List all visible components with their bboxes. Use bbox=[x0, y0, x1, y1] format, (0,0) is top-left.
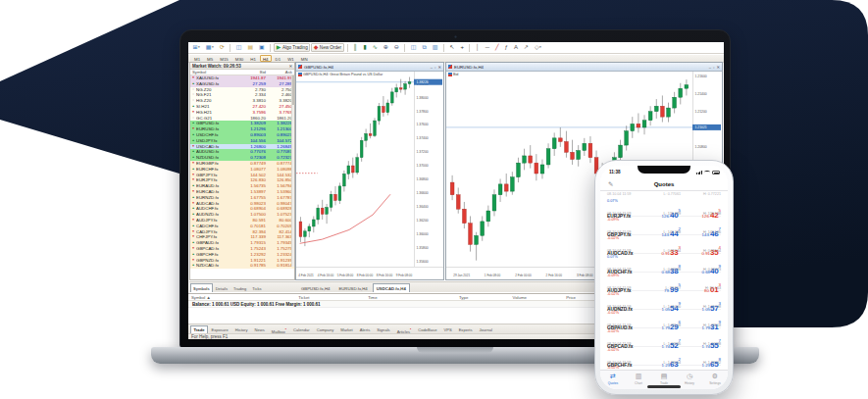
fibonacci-button[interactable]: ƒ bbox=[502, 43, 510, 52]
tab-vps[interactable]: VPS bbox=[440, 325, 455, 333]
vertical-line-button[interactable]: │ bbox=[473, 43, 482, 52]
quotes-icon: ⇄ bbox=[600, 373, 626, 380]
tab-trading[interactable]: Trading bbox=[230, 283, 249, 292]
line-chart-button[interactable]: ∿ bbox=[370, 43, 380, 52]
tab-journal[interactable]: Journal bbox=[476, 325, 495, 333]
crosshair-button[interactable]: + bbox=[458, 43, 467, 52]
tab-articles[interactable]: Articles• bbox=[393, 325, 415, 333]
tab-calendar[interactable]: Calendar bbox=[290, 325, 314, 333]
tab-history[interactable]: History bbox=[231, 325, 251, 333]
column-symbol[interactable]: Symbol bbox=[190, 70, 241, 75]
tab-codebase[interactable]: CodeBase bbox=[415, 325, 440, 333]
quote-row-gbpcadfx[interactable]: -0.02%GBPCAD.fx1.745271.7455708.10.04 11… bbox=[607, 328, 721, 347]
timeframe-m30[interactable]: M30 bbox=[232, 55, 247, 62]
toolbox-column-time[interactable]: Time bbox=[365, 294, 456, 300]
minimize-icon[interactable]: – bbox=[431, 65, 433, 70]
text-button[interactable]: A bbox=[511, 43, 520, 52]
arrow-tool-icon: ↗ bbox=[524, 43, 529, 52]
tab-news[interactable]: News bbox=[251, 325, 268, 333]
chart-canvas[interactable]: GBPUSD.fx,H4: Great Britain Pound vs US … bbox=[296, 72, 443, 279]
svg-text:8 Feb 16:00: 8 Feb 16:00 bbox=[377, 274, 393, 277]
tab-experts[interactable]: Experts bbox=[455, 325, 476, 333]
new-order-button[interactable]: ◆New Order bbox=[311, 43, 343, 52]
cursor-button[interactable]: ↖ bbox=[447, 43, 457, 52]
tab-company[interactable]: Company bbox=[313, 325, 337, 333]
quote-row-gbpchffx[interactable]: -0.02%GBPCHF.fx1.236321.2365808.10.04 11… bbox=[607, 347, 721, 366]
edit-pencil-icon[interactable]: ✎ bbox=[608, 180, 613, 188]
chart-titlebar[interactable]: GBPUSD.fx,H4 –▫✕ bbox=[296, 63, 443, 72]
quote-row-eurjpyfx[interactable]: 0.07%EURJPY.fx126.405126.42508.10.04 11:… bbox=[607, 198, 721, 217]
home-indicator[interactable] bbox=[647, 385, 681, 388]
algo-trading-button[interactable]: ▶Algo Trading bbox=[274, 43, 310, 52]
svg-text:1.36600: 1.36600 bbox=[417, 191, 429, 195]
bid-line-icon bbox=[298, 73, 302, 76]
bar-chart-button[interactable]: ║ bbox=[351, 43, 360, 52]
chart-window-gbpusd: GBPUSD.fx,H4 –▫✕ GBPUSD.fx,H4: Great Bri… bbox=[295, 62, 444, 280]
phone-tab-quotes[interactable]: ⇄Quotes bbox=[600, 371, 626, 389]
trendline-button[interactable]: ╱ bbox=[492, 43, 501, 52]
window-controls[interactable]: –▫✕ bbox=[709, 65, 720, 70]
timeframe-h4[interactable]: H4 bbox=[260, 55, 272, 62]
restore-icon[interactable]: ▫ bbox=[713, 65, 715, 70]
toolbox-column-ticket[interactable]: Ticket bbox=[295, 294, 365, 300]
tab-ticks[interactable]: Ticks bbox=[249, 283, 264, 292]
cascade-windows-icon: ⧉ bbox=[422, 43, 426, 52]
new-chart-button[interactable]: ⊞▾ bbox=[190, 43, 202, 52]
refresh-button[interactable]: ⟳ bbox=[217, 43, 227, 52]
tab-market[interactable]: Market bbox=[337, 325, 357, 333]
quote-row-audnzdfx[interactable]: -0.02%AUDNZD.fx1.055491.0557308.10.04 11… bbox=[607, 291, 721, 310]
cascade-windows-button[interactable]: ⧉ bbox=[420, 43, 429, 52]
tab-exposure[interactable]: Exposure bbox=[208, 325, 231, 333]
zoom-in-button[interactable]: ⊕ bbox=[381, 43, 390, 52]
arrow-tool-button[interactable]: ↗ bbox=[521, 43, 531, 52]
timeframe-d1[interactable]: D1 bbox=[273, 55, 284, 62]
column-ask[interactable]: Ask bbox=[268, 70, 294, 75]
timeframe-w1[interactable]: W1 bbox=[284, 55, 297, 62]
quote-row-audjpyfx[interactable]: -0.09%AUDJPY.fx79.99580.01308.10.04 11:5… bbox=[607, 273, 721, 291]
timeframe-m1[interactable]: M1 bbox=[191, 55, 203, 62]
tab-trade[interactable]: Trade bbox=[190, 325, 208, 333]
quote-row-gbpjpyfx[interactable]: -0.09%GBPJPY.fx143.442143.46708.10.04 11… bbox=[607, 217, 721, 235]
quote-row-gbpaudfx[interactable]: -0.02%GBPAUD.fx1.792961.7931908.10.04 11… bbox=[607, 310, 721, 328]
toolbox-column-type[interactable]: Type bbox=[456, 294, 510, 300]
column-bid[interactable]: Bid bbox=[241, 70, 268, 75]
tab-details[interactable]: Details bbox=[213, 283, 230, 292]
toolbox-column-symbol[interactable]: Symbol ▲ bbox=[188, 294, 295, 300]
toolbox-column-volume[interactable]: Volume bbox=[510, 294, 564, 300]
tab-symbols[interactable]: Symbols bbox=[190, 283, 213, 292]
chart-titlebar[interactable]: EURUSD.fx,H4 –▫✕ bbox=[446, 63, 722, 72]
candle-chart-icon: ▮ bbox=[363, 43, 366, 52]
tab-gbpusd-fx-h4[interactable]: GBPUSD.fx,H4 bbox=[297, 283, 333, 292]
horizontal-line-button[interactable]: ─ bbox=[483, 43, 491, 52]
close-icon[interactable]: ✕ bbox=[437, 65, 441, 70]
tab-usdcad-fx-h4[interactable]: USDCAD.fx,H4 bbox=[373, 283, 410, 292]
tab-mailbox[interactable]: Mailbox• bbox=[268, 325, 289, 333]
timeframe-h1[interactable]: H1 bbox=[247, 55, 259, 62]
toolbox-button[interactable]: ▣ bbox=[257, 43, 268, 52]
tab-signals[interactable]: Signals bbox=[374, 325, 393, 333]
arrange-windows-button[interactable]: ▥ bbox=[430, 43, 440, 52]
zoom-out-button[interactable]: ⊖ bbox=[391, 43, 401, 52]
timeframe-m15[interactable]: M15 bbox=[217, 55, 231, 62]
window-controls[interactable]: –▫✕ bbox=[431, 65, 441, 70]
market-watch-scrollbar[interactable] bbox=[291, 75, 294, 267]
market-watch-button[interactable]: ◫ bbox=[233, 43, 244, 52]
quote-row-audcadfx[interactable]: -0.02%AUDCAD.fx0.913330.9135408.10.04 11… bbox=[607, 235, 721, 254]
timeframe-mn[interactable]: MN bbox=[298, 55, 311, 62]
quote-row-audchffx[interactable]: 0.07%AUDCHF.fx0.683880.6840908.10.04 11:… bbox=[607, 254, 721, 273]
close-icon[interactable]: ✕ bbox=[289, 63, 292, 69]
shapes-button[interactable]: ◇▾ bbox=[532, 43, 543, 52]
restore-icon[interactable]: ▫ bbox=[434, 65, 436, 70]
timeframe-m5[interactable]: M5 bbox=[204, 55, 216, 62]
profiles-button[interactable]: ▦▾ bbox=[203, 43, 216, 52]
market-watch-row[interactable]: ▲NZDCAD.fx0.917850.91814 bbox=[190, 263, 294, 269]
tab-eurusd-fx-h4[interactable]: EURUSD.fx,H4 bbox=[334, 283, 371, 292]
navigator-button[interactable]: ▤ bbox=[245, 43, 256, 52]
svg-text:5 Feb 08:00: 5 Feb 08:00 bbox=[337, 274, 354, 277]
candle-chart-button[interactable]: ▮ bbox=[361, 43, 369, 52]
close-icon[interactable]: ✕ bbox=[716, 65, 720, 70]
phone-tab-settings[interactable]: ⚙Settings bbox=[702, 371, 728, 389]
tile-windows-button[interactable]: ◫ bbox=[408, 43, 419, 52]
tab-alerts[interactable]: Alerts bbox=[356, 325, 373, 333]
minimize-icon[interactable]: – bbox=[709, 65, 711, 70]
